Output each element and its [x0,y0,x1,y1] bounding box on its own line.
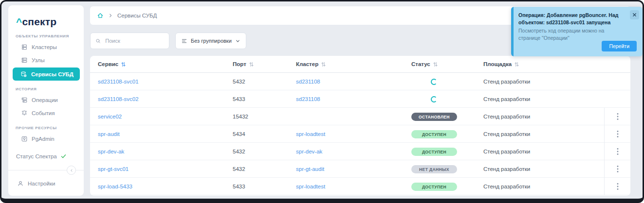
app-window: ^спектр ОБЪЕКТЫ УПРАВЛЕНИЯ Кластеры Узлы… [0,0,644,203]
logo-text: спектр [22,16,56,27]
sidebar-item-label: Кластеры [32,44,57,50]
status-badge: ДОСТУПЕН [411,130,457,138]
sort-icon-active [121,62,126,67]
cluster-link[interactable]: spr-dev-ak [296,149,322,154]
clusters-icon [21,44,28,51]
port-cell: 5432 [233,149,296,154]
service-link[interactable]: spr-audit [98,131,120,137]
grouping-value: Без группировки [191,38,232,44]
sort-icon [321,62,326,67]
row-menu-button[interactable] [604,108,630,125]
sidebar-item-pgadmin[interactable]: PgAdmin [8,132,84,145]
cluster-link[interactable]: spr-loadtest [296,184,325,189]
loading-spinner [431,96,437,102]
site-cell: Стенд разработки [483,96,604,102]
kebab-menu-icon [617,148,619,155]
service-link[interactable]: spr-gt-svc01 [98,166,129,172]
status-badge: ДОСТУПЕН [411,183,457,191]
sidebar: ^спектр ОБЪЕКТЫ УПРАВЛЕНИЯ Кластеры Узлы… [8,5,84,196]
kebab-menu-icon [617,183,619,190]
table-row: spr-audit 5434 spr-loadtest ДОСТУПЕН Сте… [90,125,630,143]
operations-icon [21,97,28,103]
search-icon [95,38,101,44]
row-menu-button [604,90,630,108]
service-link[interactable]: sd231108-svc02 [98,96,139,102]
sort-icon [433,62,438,67]
row-menu-button[interactable] [604,178,630,195]
port-cell: 5432 [233,79,296,85]
sidebar-item-settings[interactable]: Настройки [8,177,84,190]
column-label: Площадка [483,61,512,67]
logo-caret: ^ [16,16,22,27]
table-body: sd231108-svc01 5432 sd231108 Стенд разра… [90,73,630,195]
home-icon[interactable] [97,12,104,19]
close-icon [632,12,637,17]
sort-icon [515,62,519,67]
sidebar-item-events[interactable]: События [8,106,84,119]
service-link[interactable]: service02 [98,114,122,119]
service-link[interactable]: sd231108-svc01 [98,79,139,85]
sidebar-item-label: Настройки [28,181,55,186]
column-label: Кластер [296,61,318,67]
toast-message: Посмотреть ход операции можно на страниц… [518,27,612,41]
section-label-objects: ОБЪЕКТЫ УПРАВЛЕНИЯ [16,34,84,38]
port-cell: 5433 [233,96,296,102]
table-row: spr-load-5433 5433 spr-loadtest ДОСТУПЕН… [90,178,630,195]
table-row: sd231108-svc02 5433 sd231108 Стенд разра… [90,90,630,108]
search-input[interactable] [104,37,164,44]
operation-toast: Операция: Добавление pgBouncer. Над объе… [511,7,643,56]
sort-icon [249,62,254,67]
cluster-link[interactable]: sd231108 [296,96,320,102]
port-cell: 5434 [233,131,296,137]
search-box [90,33,169,49]
sidebar-item-label: Узлы [32,57,45,63]
status-cell: НЕТ ДАННЫХ [411,165,483,173]
column-label: Статус [411,61,430,67]
breadcrumb-current: Сервисы СУБД [117,13,157,18]
db-services-icon [20,71,27,78]
toast-go-button[interactable]: Перейти [602,41,637,51]
column-header-site[interactable]: Площадка [483,61,604,67]
cluster-link[interactable]: spr-gt-audit [296,166,324,172]
sidebar-item-label: PgAdmin [32,136,55,142]
site-cell: Стенд разработки [483,184,604,189]
close-button[interactable] [630,10,639,19]
cluster-link[interactable]: sd231108 [296,79,320,85]
toolbar: Без группировки [90,33,246,49]
cluster-link[interactable]: spr-loadtest [296,131,325,137]
row-menu-button[interactable] [604,125,630,143]
site-cell: Стенд разработки [483,149,604,154]
spektr-status-link[interactable]: Статус Спектра [16,153,84,159]
sidebar-item-label: Операции [32,97,58,103]
column-header-port[interactable]: Порт [233,61,296,67]
check-icon [60,153,67,159]
sidebar-item-label: События [32,110,55,116]
table-row: service02 15432 ОСТАНОВЛЕН Стенд разрабо… [90,108,630,125]
spektr-status-label: Статус Спектра [16,153,57,159]
loading-spinner [431,79,437,85]
status-badge: НЕТ ДАННЫХ [411,165,457,173]
status-badge: ДОСТУПЕН [411,148,457,156]
grouping-icon [181,38,187,44]
table-row: spr-gt-svc01 5432 spr-gt-audit НЕТ ДАННЫ… [90,160,630,178]
port-cell: 5433 [233,184,296,189]
sidebar-item-db-services[interactable]: Сервисы СУБД [13,68,80,81]
sidebar-item-clusters[interactable]: Кластеры [8,40,84,53]
sidebar-collapse-button[interactable] [67,166,76,175]
column-header-status[interactable]: Статус [411,61,483,67]
sidebar-item-nodes[interactable]: Узлы [8,53,84,67]
status-cell [411,79,483,85]
grouping-dropdown[interactable]: Без группировки [175,33,246,49]
column-header-service[interactable]: Сервис [98,61,233,67]
sidebar-item-operations[interactable]: Операции [8,93,84,106]
row-menu-button[interactable] [604,160,630,178]
service-link[interactable]: spr-load-5433 [98,184,132,189]
port-cell: 5432 [233,166,296,172]
app-logo: ^спектр [16,16,84,28]
column-header-cluster[interactable]: Кластер [296,61,411,67]
row-menu-button[interactable] [604,143,630,160]
pgadmin-icon [21,135,28,142]
status-badge: ОСТАНОВЛЕН [411,113,457,121]
table-row: sd231108-svc01 5432 sd231108 Стенд разра… [90,73,630,90]
service-link[interactable]: spr-dev-ak [98,149,124,154]
